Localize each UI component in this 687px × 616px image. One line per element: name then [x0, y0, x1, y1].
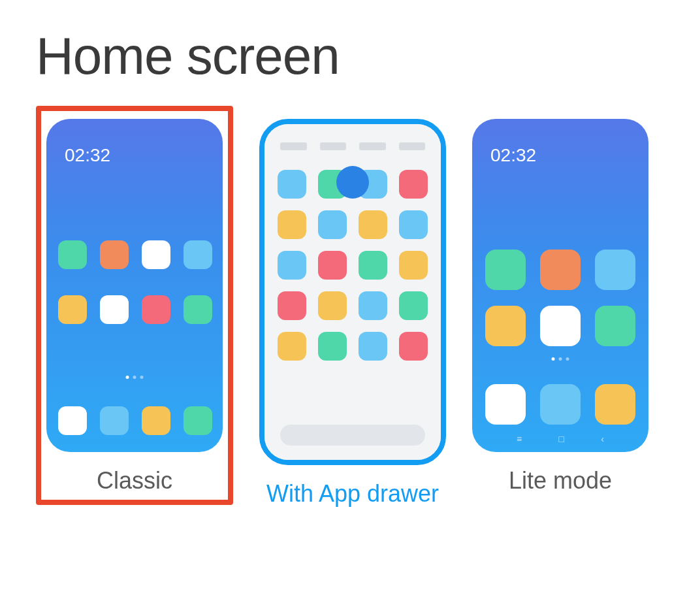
app-icon — [399, 291, 428, 320]
option-classic[interactable]: 02:32 Classic — [36, 106, 233, 505]
app-icon — [58, 240, 87, 269]
lite-preview: 02:32 ≡ □ ‹ — [472, 119, 648, 452]
app-icon — [278, 251, 306, 280]
drawer-preview — [264, 124, 441, 460]
classic-clock: 02:32 — [65, 145, 110, 166]
option-lite-mode[interactable]: 02:32 ≡ □ ‹ Lite mode — [472, 106, 648, 494]
app-icon — [58, 295, 87, 324]
page-title: Home screen — [36, 26, 651, 86]
app-icon — [540, 306, 581, 346]
app-icon — [100, 240, 129, 269]
app-icon — [184, 406, 212, 435]
app-icon — [359, 291, 387, 320]
app-icon — [184, 295, 212, 324]
option-app-drawer[interactable]: With App drawer — [259, 106, 446, 508]
classic-dock — [58, 406, 211, 435]
app-icon — [184, 240, 212, 269]
app-icon — [278, 291, 306, 320]
app-icon — [399, 170, 428, 199]
nav-home-icon: □ — [559, 434, 564, 444]
app-icon — [359, 210, 387, 239]
nav-back-icon: ‹ — [601, 434, 604, 444]
drawer-tab — [359, 142, 386, 150]
page-indicator — [126, 376, 144, 379]
app-icon — [142, 240, 170, 269]
app-icon — [359, 332, 387, 361]
app-icon — [540, 384, 581, 425]
drawer-tab — [320, 142, 347, 150]
app-icon — [359, 251, 387, 280]
app-icon — [595, 384, 635, 425]
option-lite-label: Lite mode — [509, 466, 612, 494]
app-icon — [595, 250, 635, 290]
app-icon — [100, 406, 129, 435]
app-icon — [399, 332, 428, 361]
app-icon — [485, 306, 526, 346]
app-icon — [485, 384, 526, 425]
app-icon — [540, 250, 581, 290]
drawer-selected-frame — [259, 119, 446, 465]
app-icon — [318, 332, 347, 361]
drawer-tabs — [280, 142, 425, 150]
drawer-search-bar — [280, 425, 425, 446]
app-icon — [399, 251, 428, 280]
app-icon — [595, 306, 635, 346]
lite-icon-grid — [487, 250, 634, 346]
classic-preview: 02:32 — [46, 119, 223, 452]
lite-nav-bar: ≡ □ ‹ — [472, 434, 648, 444]
option-classic-label: Classic — [97, 466, 172, 494]
drawer-tab — [399, 142, 426, 150]
app-icon — [318, 210, 347, 239]
lite-clock: 02:32 — [490, 145, 536, 166]
app-icon — [485, 250, 526, 290]
drawer-accent-circle — [336, 166, 369, 199]
app-icon — [318, 251, 347, 280]
option-drawer-label: With App drawer — [266, 479, 439, 508]
drawer-tab — [280, 142, 307, 150]
app-icon — [58, 406, 87, 435]
app-icon — [100, 295, 129, 324]
lite-dock — [487, 384, 634, 425]
home-screen-options: 02:32 Classic — [36, 106, 651, 508]
classic-icon-row-2 — [58, 295, 211, 324]
app-icon — [278, 210, 306, 239]
app-icon — [399, 210, 428, 239]
page-indicator — [552, 357, 569, 361]
app-icon — [142, 295, 170, 324]
app-icon — [318, 291, 347, 320]
app-icon — [142, 406, 170, 435]
nav-menu-icon: ≡ — [517, 434, 522, 444]
classic-icon-row-1 — [58, 240, 211, 269]
app-icon — [278, 170, 306, 199]
app-icon — [278, 332, 306, 361]
